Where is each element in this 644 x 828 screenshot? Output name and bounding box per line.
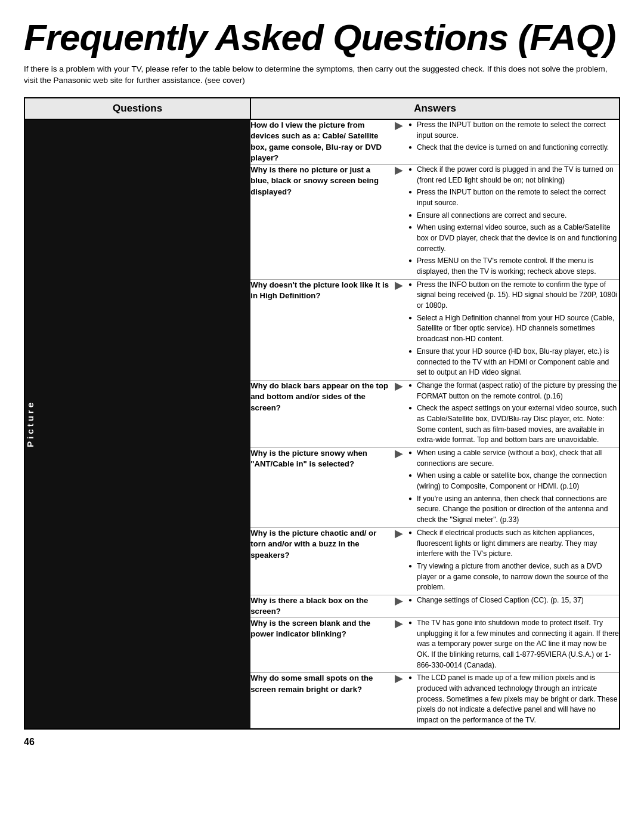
arrow-icon: ▶ — [391, 673, 407, 728]
answer-cell: Press the INPUT button on the remote to … — [407, 120, 619, 164]
right-arrow-icon: ▶ — [395, 595, 403, 607]
question-cell: How do I view the picture from devices s… — [250, 120, 391, 164]
answer-item: Check if electrical products such as kit… — [407, 528, 619, 560]
answer-item: Press the INPUT button on the remote to … — [407, 187, 619, 208]
answer-cell: When using a cable service (without a bo… — [407, 448, 619, 528]
right-arrow-icon: ▶ — [395, 380, 403, 392]
right-arrow-icon: ▶ — [395, 164, 403, 176]
table-row: Why doesn't the picture look like it is … — [250, 279, 619, 380]
answer-cell: Check if electrical products such as kit… — [407, 527, 619, 595]
answer-item: If you're using an antenna, then check t… — [407, 494, 619, 526]
table-row: Why is the picture snowy when "ANT/Cable… — [250, 448, 619, 528]
answer-item: Check that the device is turned on and f… — [407, 143, 619, 153]
question-cell: Why do some small spots on the screen re… — [250, 673, 391, 728]
answer-item: Change the format (aspect ratio) of the … — [407, 381, 619, 401]
answer-item: Check the aspect settings on your extern… — [407, 403, 619, 446]
right-arrow-icon: ▶ — [395, 527, 403, 539]
answer-item: The TV has gone into shutdown mode to pr… — [407, 618, 619, 671]
inner-faq-table: How do I view the picture from devices s… — [250, 120, 619, 728]
answer-item: When using external video source, such a… — [407, 223, 619, 254]
answer-cell: Press the INFO button on the remote to c… — [407, 279, 619, 380]
right-arrow-icon: ▶ — [395, 672, 403, 684]
arrow-icon: ▶ — [391, 120, 407, 164]
table-row: Why do some small spots on the screen re… — [250, 673, 619, 728]
arrow-icon: ▶ — [391, 527, 407, 595]
answer-item: The LCD panel is made up of a few millio… — [407, 673, 619, 725]
answer-cell: Change settings of Closed Caption (CC). … — [407, 595, 619, 617]
question-cell: Why is there a black box on the screen? — [250, 595, 391, 617]
table-row: How do I view the picture from devices s… — [250, 120, 619, 164]
arrow-icon: ▶ — [391, 617, 407, 672]
answer-cell: The TV has gone into shutdown mode to pr… — [407, 617, 619, 672]
main-content-row: Picture How do I view the picture from d… — [24, 119, 620, 729]
page-number-area: 46 — [24, 737, 620, 747]
answer-item: Select a High Definition channel from yo… — [407, 313, 619, 345]
qa-content-cell: How do I view the picture from devices s… — [250, 119, 620, 729]
table-row: Why do black bars appear on the top and … — [250, 380, 619, 447]
table-row: Why is there no picture or just a blue, … — [250, 164, 619, 279]
faq-table: Questions Answers Picture How do I view … — [24, 97, 620, 730]
intro-text: If there is a problem with your TV, plea… — [24, 64, 620, 86]
table-row: Why is the picture chaotic and/ or torn … — [250, 527, 619, 595]
question-cell: Why is there no picture or just a blue, … — [250, 164, 391, 279]
question-cell: Why is the picture chaotic and/ or torn … — [250, 527, 391, 595]
right-arrow-icon: ▶ — [395, 119, 403, 131]
questions-header: Questions — [24, 98, 250, 119]
answer-item: Try viewing a picture from another devic… — [407, 561, 619, 593]
question-cell: Why is the screen blank and the power in… — [250, 617, 391, 672]
arrow-icon: ▶ — [391, 279, 407, 380]
category-label: Picture — [25, 400, 35, 447]
answer-item: Ensure all connections are correct and s… — [407, 211, 619, 221]
answer-item: When using a cable or satellite box, cha… — [407, 471, 619, 492]
answer-item: When using a cable service (without a bo… — [407, 448, 619, 469]
arrow-icon: ▶ — [391, 448, 407, 528]
table-row: Why is the screen blank and the power in… — [250, 617, 619, 672]
page-number: 46 — [24, 737, 35, 747]
arrow-icon: ▶ — [391, 164, 407, 279]
arrow-icon: ▶ — [391, 380, 407, 447]
answer-cell: The LCD panel is made up of a few millio… — [407, 673, 619, 728]
page-title: Frequently Asked Questions (FAQ) — [24, 18, 620, 57]
answer-item: Press the INPUT button on the remote to … — [407, 120, 619, 141]
answers-header: Answers — [250, 98, 620, 119]
answer-item: Press MENU on the TV's remote control. I… — [407, 256, 619, 277]
answer-item: Ensure that your HD source (HD box, Blu-… — [407, 347, 619, 378]
arrow-icon: ▶ — [391, 595, 407, 617]
right-arrow-icon: ▶ — [395, 617, 403, 629]
right-arrow-icon: ▶ — [395, 447, 403, 459]
question-cell: Why is the picture snowy when "ANT/Cable… — [250, 448, 391, 528]
question-cell: Why doesn't the picture look like it is … — [250, 279, 391, 380]
answer-item: Change settings of Closed Caption (CC). … — [407, 595, 619, 606]
answer-cell: Check if the power cord is plugged in an… — [407, 164, 619, 279]
question-cell: Why do black bars appear on the top and … — [250, 380, 391, 447]
right-arrow-icon: ▶ — [395, 279, 403, 291]
table-header-row: Questions Answers — [24, 98, 620, 119]
answer-cell: Change the format (aspect ratio) of the … — [407, 380, 619, 447]
category-bar: Picture — [24, 119, 250, 729]
answer-item: Press the INFO button on the remote to c… — [407, 280, 619, 311]
table-row: Why is there a black box on the screen?▶… — [250, 595, 619, 617]
answer-item: Check if the power cord is plugged in an… — [407, 165, 619, 186]
